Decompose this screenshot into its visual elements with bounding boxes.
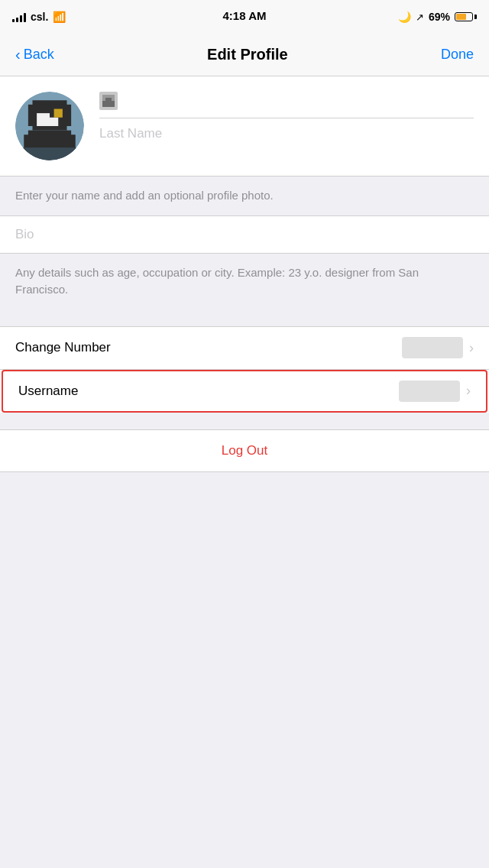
back-button[interactable]: ‹ Back (15, 46, 54, 63)
battery-icon (455, 12, 477, 21)
profile-hint: Enter your name and add an optional prof… (0, 177, 489, 215)
svg-rect-8 (20, 147, 80, 160)
page-title: Edit Profile (207, 46, 288, 63)
last-name-placeholder: Last Name (99, 126, 162, 141)
svg-rect-3 (37, 113, 50, 126)
profile-section: Last Name (0, 76, 489, 177)
nav-bar: ‹ Back Edit Profile Done (0, 34, 489, 76)
svg-rect-11 (102, 101, 115, 107)
done-button[interactable]: Done (441, 47, 474, 63)
username-item[interactable]: Username › (2, 370, 487, 413)
status-time: 4:18 AM (223, 9, 267, 22)
change-number-right: › (402, 337, 474, 358)
avatar[interactable] (15, 92, 84, 160)
username-right: › (399, 381, 471, 402)
bottom-area (0, 472, 489, 549)
change-number-item[interactable]: Change Number › (0, 327, 489, 370)
status-right: 🌙 ↗ 69% (398, 11, 477, 23)
back-chevron-icon: ‹ (15, 46, 21, 63)
last-name-field[interactable]: Last Name (99, 126, 474, 141)
first-name-icon (99, 92, 118, 110)
svg-rect-5 (54, 109, 63, 118)
wifi-icon: 📶 (53, 11, 66, 23)
username-label: Username (18, 384, 78, 399)
status-left: csl. 📶 (12, 11, 66, 23)
bio-placeholder: Bio (15, 227, 34, 241)
status-bar: csl. 📶 4:18 AM 🌙 ↗ 69% (0, 0, 489, 34)
list-section: Change Number › Username › (0, 326, 489, 413)
svg-rect-4 (50, 118, 58, 126)
svg-rect-10 (105, 98, 112, 101)
logout-section: Log Out (0, 429, 489, 472)
profile-fields: Last Name (99, 92, 474, 141)
bio-section[interactable]: Bio (0, 215, 489, 254)
back-label: Back (24, 47, 54, 63)
username-chevron-icon: › (466, 383, 471, 399)
logout-button[interactable]: Log Out (222, 443, 268, 458)
carrier-label: csl. (31, 11, 48, 23)
bio-hint: Any details such as age, occupation or c… (0, 254, 489, 309)
first-name-row (99, 92, 474, 118)
location-icon: ↗ (416, 11, 424, 23)
signal-icon (12, 11, 26, 22)
change-number-chevron-icon: › (469, 340, 474, 356)
moon-icon: 🌙 (398, 11, 411, 23)
change-number-label: Change Number (15, 340, 111, 355)
battery-percent-label: 69% (429, 11, 450, 23)
